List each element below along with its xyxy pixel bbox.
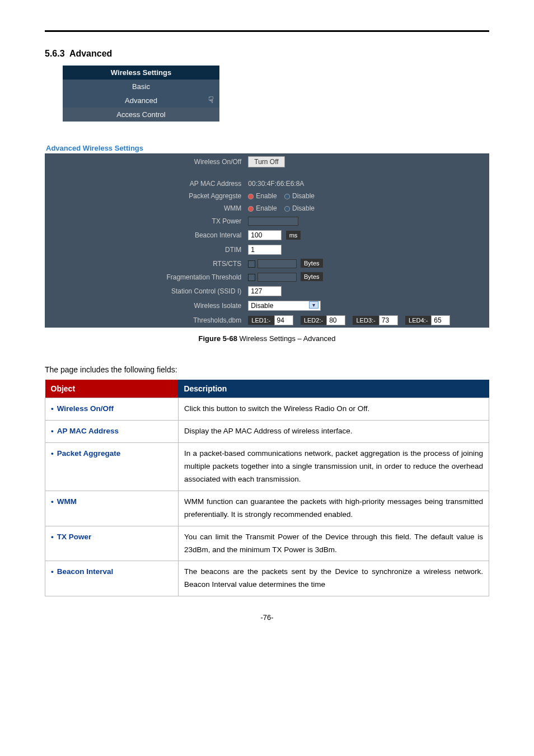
led1-input[interactable]: 94 — [274, 315, 293, 325]
nav-header: Wireless Settings — [63, 66, 219, 80]
obj-ap-mac: •AP MAC Address — [45, 420, 179, 442]
rtscts-input[interactable] — [257, 259, 297, 268]
nav-item-basic[interactable]: Basic — [63, 80, 219, 94]
page-number: -76- — [45, 613, 489, 622]
unit-bytes-rtscts: Bytes — [301, 259, 323, 268]
beacon-interval-input[interactable]: 100 — [248, 230, 282, 240]
radio-packet-aggregate-disable[interactable] — [284, 194, 290, 199]
obj-wmm: •WMM — [45, 491, 179, 526]
intro-text: The page includes the following fields: — [45, 365, 489, 374]
rtscts-check[interactable] — [248, 260, 255, 268]
obj-wireless-onoff: •Wireless On/Off — [45, 398, 179, 421]
led2-label: LED2:- — [301, 316, 326, 325]
section-heading: 5.6.3 Advanced — [45, 49, 489, 59]
th-object: Object — [45, 380, 179, 398]
label-ap-mac: AP MAC Address — [45, 178, 245, 190]
wireless-isolate-select[interactable]: Disable — [248, 301, 321, 311]
radio-wmm-enable[interactable] — [248, 206, 254, 212]
obj-tx-power: •TX Power — [45, 526, 179, 561]
led2-input[interactable]: 80 — [326, 315, 345, 325]
led1-label: LED1:- — [248, 316, 274, 325]
value-ap-mac: 00:30:4F:66:E6:8A — [245, 178, 489, 190]
obj-beacon-interval: •Beacon Interval — [45, 561, 179, 596]
unit-bytes-frag: Bytes — [301, 272, 323, 281]
label-station-control: Station Control (SSID I) — [45, 284, 245, 298]
label-rtscts: RTS/CTS — [45, 257, 245, 270]
label-tx-power: TX Power — [45, 214, 245, 228]
label-thresholds: Thresholds,dbm — [45, 313, 245, 328]
wireless-settings-nav: Wireless Settings Basic Advanced ☟ Acces… — [63, 66, 219, 122]
frag-check[interactable] — [248, 274, 255, 281]
unit-ms: ms — [286, 231, 301, 240]
figure-caption: Figure 5-68 Wireless Settings – Advanced — [45, 334, 489, 343]
label-wireless-isolate: Wireless Isolate — [45, 298, 245, 313]
led4-label: LED4:- — [405, 316, 431, 325]
dtim-input[interactable]: 1 — [248, 245, 282, 255]
desc-packet-aggregate: In a packet-based communications network… — [178, 442, 489, 491]
advanced-wireless-settings-panel: Advanced Wireless Settings Wireless On/O… — [45, 144, 489, 328]
radio-wmm-disable[interactable] — [284, 206, 290, 212]
led3-label: LED3:- — [353, 316, 378, 325]
label-dtim: DTIM — [45, 242, 245, 257]
label-wireless-onoff: Wireless On/Off — [45, 154, 245, 170]
panel-title: Advanced Wireless Settings — [45, 144, 489, 153]
led3-input[interactable]: 73 — [379, 315, 398, 325]
desc-ap-mac: Display the AP MAC Address of wireless i… — [178, 420, 489, 442]
tx-power-input[interactable] — [248, 217, 298, 226]
obj-packet-aggregate: •Packet Aggregate — [45, 442, 179, 491]
station-control-input[interactable]: 127 — [248, 286, 282, 296]
led4-input[interactable]: 65 — [431, 315, 450, 325]
label-beacon-interval: Beacon Interval — [45, 228, 245, 242]
fields-table: Object Description •Wireless On/Off Clic… — [45, 380, 489, 596]
radio-packet-aggregate-enable[interactable] — [248, 194, 254, 199]
label-wmm: WMM — [45, 202, 245, 214]
desc-wmm: WMM function can guarantee the packets w… — [178, 491, 489, 526]
nav-item-advanced[interactable]: Advanced ☟ — [63, 94, 219, 108]
turn-off-button[interactable]: Turn Off — [248, 156, 284, 167]
desc-wireless-onoff: Click this button to switch the Wireless… — [178, 398, 489, 421]
top-rule — [45, 30, 489, 32]
cursor-icon: ☟ — [208, 95, 214, 105]
nav-item-access-control[interactable]: Access Control — [63, 108, 219, 122]
label-packet-aggregate: Packet Aggregste — [45, 190, 245, 202]
frag-input[interactable] — [257, 273, 297, 282]
desc-tx-power: You can limit the Transmit Power of the … — [178, 526, 489, 561]
desc-beacon-interval: The beacons are the packets sent by the … — [178, 561, 489, 596]
label-frag-threshold: Fragmentation Threshold — [45, 270, 245, 284]
th-description: Description — [178, 380, 489, 398]
